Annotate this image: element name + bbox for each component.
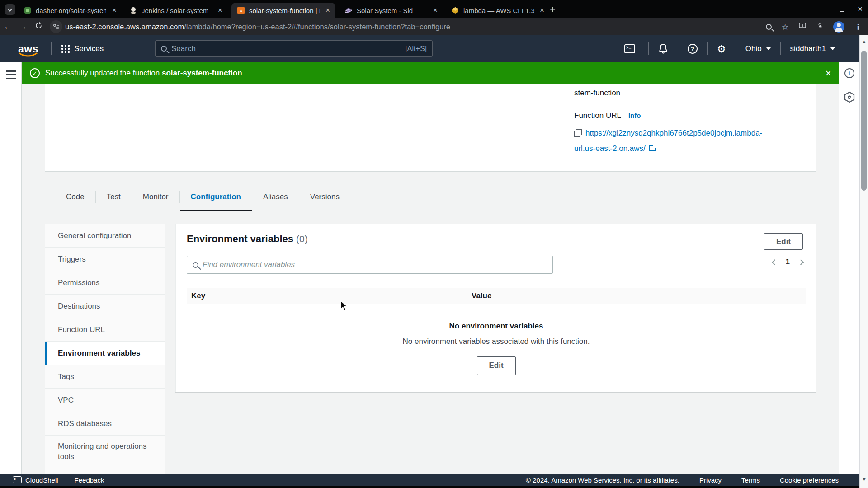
hamburger-menu-icon[interactable]	[6, 70, 16, 81]
account-menu[interactable]: siddharth1	[781, 44, 844, 53]
cloudshell-header-button[interactable]	[615, 44, 648, 53]
tab-title: Jenkins / solar-system	[142, 7, 212, 14]
close-tab-icon[interactable]: ×	[216, 6, 224, 15]
browser-profile-avatar[interactable]	[833, 21, 844, 33]
tab-aliases[interactable]: Aliases	[252, 183, 299, 211]
settings-button[interactable]: ⚙	[708, 43, 736, 55]
bell-icon	[658, 43, 668, 54]
scroll-up-icon[interactable]: ▲	[860, 39, 868, 44]
tab-versions[interactable]: Versions	[299, 183, 350, 211]
tab-configuration[interactable]: Configuration	[180, 183, 252, 211]
aws-search-input[interactable]	[171, 44, 401, 53]
aws-logo[interactable]: aws	[18, 43, 38, 55]
address-bar[interactable]: us-east-2.console.aws.amazon.com/lambda/…	[65, 23, 450, 31]
page-number[interactable]: 1	[786, 258, 790, 267]
sidebar-item-function-url[interactable]: Function URL	[45, 318, 165, 342]
cookie-preferences-link[interactable]: Cookie preferences	[780, 476, 839, 484]
cloudshell-terminal-icon	[624, 44, 635, 53]
sidebar-item-destinations[interactable]: Destinations	[45, 295, 165, 318]
function-url-label-row: Function URL Info	[574, 111, 641, 120]
info-link[interactable]: Info	[628, 112, 641, 119]
variable-count: (0)	[296, 234, 308, 244]
empty-state-edit-button[interactable]: Edit	[477, 356, 516, 375]
browser-tab-solar-system[interactable]: Solar System - Sid ×	[339, 3, 443, 18]
column-header-value: Value	[465, 291, 491, 300]
function-name-truncated: stem-function	[574, 89, 620, 98]
site-info-button[interactable]	[50, 20, 62, 33]
extensions-puzzle-icon[interactable]	[816, 22, 823, 31]
cloudshell-footer-button[interactable]: CloudShell	[13, 476, 58, 484]
region-selector[interactable]: Ohio	[736, 44, 780, 53]
copyright-text: © 2024, Amazon Web Services, Inc. or its…	[526, 476, 679, 484]
browser-tab-github[interactable]: dasher-org/solar-system - solar ×	[18, 3, 122, 18]
find-variables-box[interactable]	[187, 256, 553, 274]
chevron-down-icon	[766, 47, 771, 50]
services-menu[interactable]: Services	[61, 44, 104, 53]
assistant-panel-button[interactable]	[839, 84, 859, 110]
header-divider	[51, 42, 52, 55]
previous-page-icon[interactable]	[772, 259, 778, 265]
aws-smile-icon	[19, 52, 38, 59]
sidebar-item-permissions[interactable]: Permissions	[45, 271, 165, 295]
banner-message: Successfully updated the function solar-…	[45, 69, 244, 78]
sidebar-item-general-configuration[interactable]: General configuration	[45, 224, 165, 248]
sidebar-item-vpc[interactable]: VPC	[45, 389, 165, 412]
close-tab-icon[interactable]: ×	[431, 6, 439, 15]
browser-tab-lambda-console[interactable]: λ solar-system-function | Functio ×	[231, 3, 335, 18]
close-tab-icon[interactable]: ×	[538, 6, 546, 15]
close-tab-icon[interactable]: ×	[324, 6, 332, 15]
tab-monitor[interactable]: Monitor	[132, 183, 179, 211]
scrollbar-thumb[interactable]	[861, 51, 867, 191]
dismiss-banner-icon[interactable]: ×	[826, 67, 831, 80]
external-link-icon[interactable]	[649, 145, 656, 151]
sidebar-item-triggers[interactable]: Triggers	[45, 248, 165, 271]
bookmark-star-icon[interactable]: ☆	[782, 22, 789, 32]
window-minimize-button[interactable]	[818, 0, 825, 18]
search-icon	[161, 46, 167, 52]
browser-menu-icon[interactable]: ⋮	[854, 23, 862, 31]
nav-rail	[0, 62, 22, 474]
close-tab-icon[interactable]: ×	[110, 6, 118, 15]
aws-search-box[interactable]: [Alt+S]	[155, 40, 433, 57]
edit-button[interactable]: Edit	[764, 233, 803, 250]
pagination: 1	[773, 258, 803, 267]
browser-tab-aws-cli-docs[interactable]: lambda — AWS CLI 1.34.31 Con ×	[446, 3, 550, 18]
window-maximize-button[interactable]	[840, 0, 844, 18]
scroll-down-icon[interactable]: ▼	[860, 476, 868, 482]
window-close-button[interactable]: ×	[858, 0, 863, 18]
find-variables-input[interactable]	[203, 260, 547, 269]
tab-code[interactable]: Code	[55, 183, 95, 211]
sidebar-item-tags[interactable]: Tags	[45, 365, 165, 389]
privacy-link[interactable]: Privacy	[699, 476, 722, 484]
tab-search-button[interactable]	[5, 4, 15, 15]
send-to-device-icon[interactable]	[799, 23, 806, 31]
info-panel-button[interactable]: i	[839, 62, 859, 84]
feedback-link[interactable]: Feedback	[75, 476, 104, 484]
sidebar-item-rds-databases[interactable]: RDS databases	[45, 412, 165, 436]
chevron-down-icon	[7, 6, 12, 11]
function-url-link[interactable]: https://xgl2znysq2qhkphl6766t2p5de0jocjm…	[574, 129, 762, 153]
empty-state: No environment variables No environment …	[187, 305, 806, 375]
new-tab-button[interactable]: +	[550, 4, 556, 15]
reload-button[interactable]	[31, 22, 46, 32]
planet-favicon	[344, 6, 353, 14]
next-page-icon[interactable]	[798, 259, 804, 265]
terms-link[interactable]: Terms	[741, 476, 760, 484]
notifications-bell-button[interactable]	[649, 43, 678, 54]
browser-tab-jenkins[interactable]: Jenkins / solar-system ×	[124, 3, 228, 18]
back-button[interactable]: ←	[0, 22, 15, 32]
page-scrollbar[interactable]: ▲ ▼	[859, 35, 868, 488]
header-icon-group: ? ⚙ Ohio siddharth1	[615, 35, 844, 62]
help-button[interactable]: ?	[678, 44, 707, 54]
zoom-icon[interactable]	[766, 24, 772, 30]
sidebar-item-environment-variables[interactable]: Environment variables	[45, 342, 165, 365]
banner-function-name: solar-system-function	[162, 69, 242, 77]
toolbar-icons: ☆ ⋮	[766, 21, 868, 33]
sidebar-item-monitoring-tools[interactable]: Monitoring and operations tools	[45, 436, 165, 467]
info-icon: i	[844, 68, 854, 78]
tab-test[interactable]: Test	[96, 183, 132, 211]
right-utility-strip: i	[839, 62, 859, 474]
copy-icon[interactable]	[574, 129, 581, 136]
forward-button[interactable]: →	[15, 22, 31, 32]
panel-title: Environment variables (0)	[187, 233, 308, 245]
